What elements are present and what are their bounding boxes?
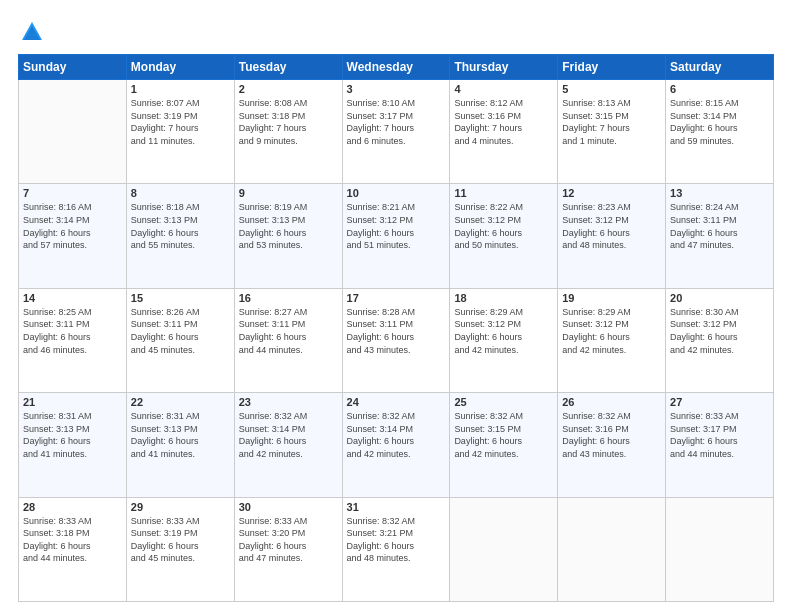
day-info: Sunrise: 8:18 AM Sunset: 3:13 PM Dayligh…	[131, 201, 230, 251]
calendar-day-cell: 12Sunrise: 8:23 AM Sunset: 3:12 PM Dayli…	[558, 184, 666, 288]
day-number: 2	[239, 83, 338, 95]
day-info: Sunrise: 8:15 AM Sunset: 3:14 PM Dayligh…	[670, 97, 769, 147]
calendar-body: 1Sunrise: 8:07 AM Sunset: 3:19 PM Daylig…	[19, 80, 774, 602]
calendar-day-cell: 22Sunrise: 8:31 AM Sunset: 3:13 PM Dayli…	[126, 393, 234, 497]
header	[18, 18, 774, 46]
page: SundayMondayTuesdayWednesdayThursdayFrid…	[0, 0, 792, 612]
logo-icon	[18, 18, 46, 46]
day-number: 25	[454, 396, 553, 408]
day-number: 11	[454, 187, 553, 199]
day-number: 23	[239, 396, 338, 408]
calendar-table: SundayMondayTuesdayWednesdayThursdayFrid…	[18, 54, 774, 602]
day-info: Sunrise: 8:13 AM Sunset: 3:15 PM Dayligh…	[562, 97, 661, 147]
day-info: Sunrise: 8:28 AM Sunset: 3:11 PM Dayligh…	[347, 306, 446, 356]
day-info: Sunrise: 8:31 AM Sunset: 3:13 PM Dayligh…	[131, 410, 230, 460]
calendar-day-cell: 17Sunrise: 8:28 AM Sunset: 3:11 PM Dayli…	[342, 288, 450, 392]
day-number: 21	[23, 396, 122, 408]
days-of-week-row: SundayMondayTuesdayWednesdayThursdayFrid…	[19, 55, 774, 80]
day-number: 15	[131, 292, 230, 304]
calendar-day-cell: 6Sunrise: 8:15 AM Sunset: 3:14 PM Daylig…	[666, 80, 774, 184]
calendar-day-cell: 11Sunrise: 8:22 AM Sunset: 3:12 PM Dayli…	[450, 184, 558, 288]
day-info: Sunrise: 8:33 AM Sunset: 3:20 PM Dayligh…	[239, 515, 338, 565]
day-info: Sunrise: 8:33 AM Sunset: 3:18 PM Dayligh…	[23, 515, 122, 565]
calendar-day-cell: 25Sunrise: 8:32 AM Sunset: 3:15 PM Dayli…	[450, 393, 558, 497]
day-info: Sunrise: 8:29 AM Sunset: 3:12 PM Dayligh…	[454, 306, 553, 356]
calendar-week-row: 1Sunrise: 8:07 AM Sunset: 3:19 PM Daylig…	[19, 80, 774, 184]
calendar-day-cell: 31Sunrise: 8:32 AM Sunset: 3:21 PM Dayli…	[342, 497, 450, 601]
day-number: 14	[23, 292, 122, 304]
logo	[18, 18, 50, 46]
day-info: Sunrise: 8:33 AM Sunset: 3:19 PM Dayligh…	[131, 515, 230, 565]
day-number: 26	[562, 396, 661, 408]
day-info: Sunrise: 8:07 AM Sunset: 3:19 PM Dayligh…	[131, 97, 230, 147]
day-number: 5	[562, 83, 661, 95]
day-number: 13	[670, 187, 769, 199]
day-info: Sunrise: 8:22 AM Sunset: 3:12 PM Dayligh…	[454, 201, 553, 251]
day-number: 10	[347, 187, 446, 199]
calendar-day-cell: 3Sunrise: 8:10 AM Sunset: 3:17 PM Daylig…	[342, 80, 450, 184]
calendar-day-cell: 30Sunrise: 8:33 AM Sunset: 3:20 PM Dayli…	[234, 497, 342, 601]
calendar-day-cell: 27Sunrise: 8:33 AM Sunset: 3:17 PM Dayli…	[666, 393, 774, 497]
calendar-week-row: 28Sunrise: 8:33 AM Sunset: 3:18 PM Dayli…	[19, 497, 774, 601]
calendar-day-cell: 5Sunrise: 8:13 AM Sunset: 3:15 PM Daylig…	[558, 80, 666, 184]
day-number: 31	[347, 501, 446, 513]
day-number: 7	[23, 187, 122, 199]
day-info: Sunrise: 8:27 AM Sunset: 3:11 PM Dayligh…	[239, 306, 338, 356]
calendar-day-cell	[558, 497, 666, 601]
day-number: 1	[131, 83, 230, 95]
day-number: 20	[670, 292, 769, 304]
day-info: Sunrise: 8:12 AM Sunset: 3:16 PM Dayligh…	[454, 97, 553, 147]
day-info: Sunrise: 8:29 AM Sunset: 3:12 PM Dayligh…	[562, 306, 661, 356]
day-info: Sunrise: 8:32 AM Sunset: 3:14 PM Dayligh…	[239, 410, 338, 460]
calendar-day-cell: 8Sunrise: 8:18 AM Sunset: 3:13 PM Daylig…	[126, 184, 234, 288]
day-number: 16	[239, 292, 338, 304]
day-info: Sunrise: 8:26 AM Sunset: 3:11 PM Dayligh…	[131, 306, 230, 356]
day-number: 28	[23, 501, 122, 513]
day-number: 8	[131, 187, 230, 199]
dow-header: Saturday	[666, 55, 774, 80]
day-number: 3	[347, 83, 446, 95]
day-number: 29	[131, 501, 230, 513]
calendar-day-cell: 29Sunrise: 8:33 AM Sunset: 3:19 PM Dayli…	[126, 497, 234, 601]
day-number: 4	[454, 83, 553, 95]
day-info: Sunrise: 8:24 AM Sunset: 3:11 PM Dayligh…	[670, 201, 769, 251]
day-number: 22	[131, 396, 230, 408]
day-number: 19	[562, 292, 661, 304]
calendar-day-cell	[450, 497, 558, 601]
day-info: Sunrise: 8:32 AM Sunset: 3:21 PM Dayligh…	[347, 515, 446, 565]
day-number: 17	[347, 292, 446, 304]
calendar-day-cell: 18Sunrise: 8:29 AM Sunset: 3:12 PM Dayli…	[450, 288, 558, 392]
calendar-day-cell: 16Sunrise: 8:27 AM Sunset: 3:11 PM Dayli…	[234, 288, 342, 392]
calendar-week-row: 7Sunrise: 8:16 AM Sunset: 3:14 PM Daylig…	[19, 184, 774, 288]
day-number: 6	[670, 83, 769, 95]
calendar-day-cell: 15Sunrise: 8:26 AM Sunset: 3:11 PM Dayli…	[126, 288, 234, 392]
dow-header: Friday	[558, 55, 666, 80]
calendar-day-cell: 21Sunrise: 8:31 AM Sunset: 3:13 PM Dayli…	[19, 393, 127, 497]
dow-header: Monday	[126, 55, 234, 80]
calendar-day-cell: 10Sunrise: 8:21 AM Sunset: 3:12 PM Dayli…	[342, 184, 450, 288]
calendar-day-cell	[19, 80, 127, 184]
dow-header: Thursday	[450, 55, 558, 80]
calendar-day-cell: 1Sunrise: 8:07 AM Sunset: 3:19 PM Daylig…	[126, 80, 234, 184]
calendar-week-row: 21Sunrise: 8:31 AM Sunset: 3:13 PM Dayli…	[19, 393, 774, 497]
calendar-day-cell: 28Sunrise: 8:33 AM Sunset: 3:18 PM Dayli…	[19, 497, 127, 601]
calendar-day-cell: 4Sunrise: 8:12 AM Sunset: 3:16 PM Daylig…	[450, 80, 558, 184]
dow-header: Sunday	[19, 55, 127, 80]
day-info: Sunrise: 8:33 AM Sunset: 3:17 PM Dayligh…	[670, 410, 769, 460]
calendar-day-cell: 24Sunrise: 8:32 AM Sunset: 3:14 PM Dayli…	[342, 393, 450, 497]
day-number: 18	[454, 292, 553, 304]
day-info: Sunrise: 8:16 AM Sunset: 3:14 PM Dayligh…	[23, 201, 122, 251]
day-number: 12	[562, 187, 661, 199]
calendar-day-cell: 26Sunrise: 8:32 AM Sunset: 3:16 PM Dayli…	[558, 393, 666, 497]
calendar-day-cell: 2Sunrise: 8:08 AM Sunset: 3:18 PM Daylig…	[234, 80, 342, 184]
calendar-day-cell: 19Sunrise: 8:29 AM Sunset: 3:12 PM Dayli…	[558, 288, 666, 392]
day-info: Sunrise: 8:21 AM Sunset: 3:12 PM Dayligh…	[347, 201, 446, 251]
day-number: 30	[239, 501, 338, 513]
day-info: Sunrise: 8:31 AM Sunset: 3:13 PM Dayligh…	[23, 410, 122, 460]
calendar-week-row: 14Sunrise: 8:25 AM Sunset: 3:11 PM Dayli…	[19, 288, 774, 392]
day-info: Sunrise: 8:19 AM Sunset: 3:13 PM Dayligh…	[239, 201, 338, 251]
calendar-day-cell: 23Sunrise: 8:32 AM Sunset: 3:14 PM Dayli…	[234, 393, 342, 497]
day-number: 27	[670, 396, 769, 408]
calendar-day-cell	[666, 497, 774, 601]
day-info: Sunrise: 8:23 AM Sunset: 3:12 PM Dayligh…	[562, 201, 661, 251]
